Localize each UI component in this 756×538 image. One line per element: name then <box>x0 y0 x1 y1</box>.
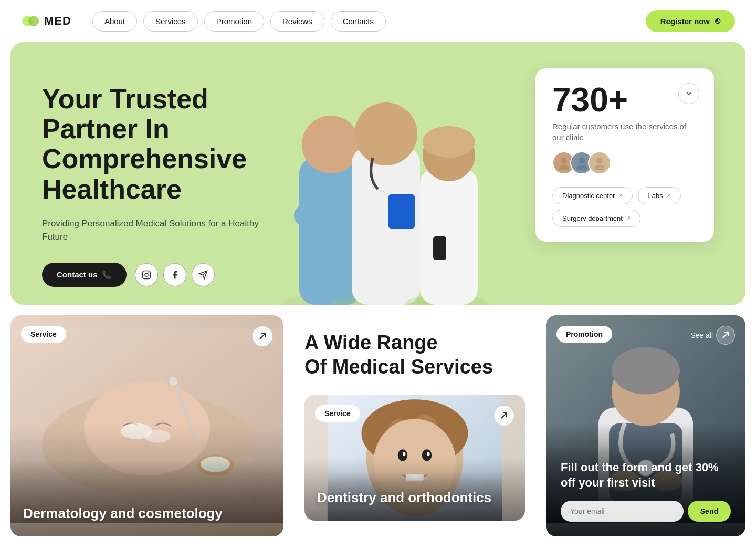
dentistry-arrow-btn[interactable] <box>494 405 514 426</box>
hero-section: Your Trusted Partner In Comprehensive He… <box>10 42 746 305</box>
see-all-label: See all <box>690 331 713 339</box>
social-icons <box>135 263 215 286</box>
svg-rect-2 <box>142 271 150 278</box>
stats-chips: Diagnostic center ↗ Labs ↗ Surgery depar… <box>552 187 697 227</box>
stats-number: 730+ <box>552 83 697 117</box>
register-icon: ⎋ <box>715 16 720 26</box>
promo-title: Fill out the form and get 30% off your f… <box>561 460 731 490</box>
promo-form: Send <box>561 501 731 522</box>
avatar-3 <box>588 151 611 174</box>
email-input[interactable] <box>561 501 684 522</box>
svg-point-1 <box>28 16 39 26</box>
send-button[interactable]: Send <box>688 501 731 522</box>
telegram-icon[interactable] <box>192 263 215 286</box>
contact-label: Contact us <box>57 270 98 279</box>
svg-point-9 <box>302 116 360 173</box>
register-button[interactable]: Register now ⎋ <box>646 10 735 32</box>
dentistry-title: Dentistry and orthodontics <box>317 490 491 506</box>
svg-point-4 <box>148 272 149 273</box>
svg-line-54 <box>501 413 507 418</box>
svg-point-3 <box>145 273 148 276</box>
svg-point-19 <box>423 126 475 158</box>
register-label: Register now <box>660 17 710 26</box>
hero-subtitle: Providing Personalized Medical Solutions… <box>42 217 262 244</box>
wide-range-title: A Wide Range Of Medical Services <box>304 331 525 379</box>
surgery-chip[interactable]: Surgery department ↗ <box>552 210 640 227</box>
phone-icon: 📞 <box>102 270 112 280</box>
labs-chip[interactable]: Labs ↗ <box>638 187 680 204</box>
promo-content: Fill out the form and get 30% off your f… <box>546 446 746 536</box>
nav-contacts[interactable]: Contacts <box>331 11 386 32</box>
promo-card: Promotion See all Fill out the form and … <box>546 315 746 536</box>
nav-about[interactable]: About <box>92 11 137 32</box>
labs-label: Labs <box>648 192 663 200</box>
dermatology-arrow-btn[interactable] <box>252 326 273 347</box>
diagnostic-chip[interactable]: Diagnostic center ↗ <box>552 187 633 204</box>
svg-rect-14 <box>388 194 415 229</box>
surgery-arrow: ↗ <box>626 215 631 222</box>
nav-promotion[interactable]: Promotion <box>204 11 264 32</box>
stats-avatars <box>552 151 697 174</box>
stats-card: 730+ Regular customers use the services … <box>536 68 714 242</box>
surgery-label: Surgery department <box>562 214 623 222</box>
diagnostic-label: Diagnostic center <box>562 192 615 200</box>
dentistry-card: Service Dentistry and orthodontics <box>304 395 525 521</box>
dermatology-overlay <box>10 315 284 536</box>
svg-point-24 <box>596 158 603 164</box>
svg-rect-16 <box>420 168 478 305</box>
diagnostic-arrow: ↗ <box>618 192 623 199</box>
svg-point-23 <box>576 165 587 170</box>
svg-point-25 <box>594 165 605 170</box>
nav-links: About Services Promotion Reviews Contact… <box>92 11 646 32</box>
services-heading: A Wide Range Of Medical Services <box>304 331 525 384</box>
nav-reviews[interactable]: Reviews <box>270 11 324 32</box>
contact-button[interactable]: Contact us 📞 <box>42 263 127 287</box>
dermatology-badge: Service <box>21 326 66 343</box>
logo-text: MED <box>44 14 71 28</box>
instagram-icon[interactable] <box>135 263 158 286</box>
svg-line-64 <box>723 333 728 338</box>
svg-rect-18 <box>433 236 446 260</box>
svg-line-36 <box>260 334 265 339</box>
nav-services[interactable]: Services <box>143 11 198 32</box>
dermatology-card: Service Dermatology and cosmetology <box>10 315 284 536</box>
dermatology-title: Dermatology and cosmetology <box>23 505 223 522</box>
bottom-section: Service Dermatology and cosmetology A Wi… <box>10 315 746 536</box>
hero-doctors-image <box>247 53 509 305</box>
hero-title: Your Trusted Partner In Comprehensive He… <box>42 84 262 204</box>
svg-point-20 <box>561 158 567 164</box>
scroll-button[interactable] <box>678 83 699 104</box>
logo[interactable]: MED <box>21 12 71 30</box>
dentistry-badge: Service <box>315 405 360 422</box>
hero-actions: Contact us 📞 <box>42 263 262 287</box>
svg-point-59 <box>612 347 680 395</box>
center-section: A Wide Range Of Medical Services <box>284 315 546 536</box>
promo-arrow-btn[interactable] <box>716 326 735 345</box>
navbar: MED About Services Promotion Reviews Con… <box>0 0 756 42</box>
svg-point-22 <box>579 158 585 164</box>
stats-description: Regular customers use the services of ou… <box>552 121 697 143</box>
svg-point-21 <box>559 165 569 170</box>
svg-point-13 <box>354 102 417 165</box>
logo-icon <box>21 12 40 30</box>
hero-content: Your Trusted Partner In Comprehensive He… <box>42 74 262 287</box>
facebook-icon[interactable] <box>163 263 186 286</box>
labs-arrow: ↗ <box>666 192 671 199</box>
promo-see-all[interactable]: See all <box>690 326 735 345</box>
promo-badge: Promotion <box>556 326 612 343</box>
